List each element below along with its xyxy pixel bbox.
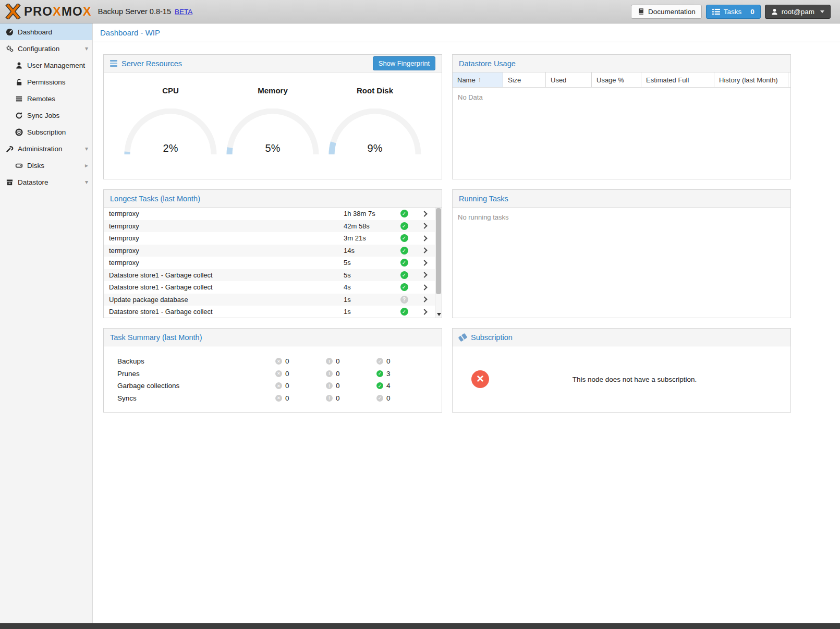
open-task-chevron-icon[interactable] <box>421 297 427 303</box>
summary-row-garbage-collections: Garbage collections×0!0✓4 <box>104 380 442 392</box>
open-task-chevron-icon[interactable] <box>421 235 427 241</box>
sidebar-item-disks[interactable]: Disks▸ <box>0 157 92 174</box>
tasks-count-badge: 0 <box>750 8 754 16</box>
task-row[interactable]: Datastore store1 - Garbage collect5s✓ <box>104 269 442 282</box>
error-status-icon: × <box>275 370 282 377</box>
sidebar: DashboardConfiguration▾User ManagementPe… <box>0 23 93 623</box>
task-list-icon <box>712 8 720 15</box>
open-task-chevron-icon[interactable] <box>421 260 427 265</box>
gauge-root-disk: Root Disk9% <box>324 86 426 158</box>
open-task-chevron-icon[interactable] <box>421 272 427 278</box>
sidebar-item-datastore[interactable]: Datastore▾ <box>0 174 92 190</box>
task-row[interactable]: termproxy14s✓ <box>104 245 442 257</box>
remotes-list-icon <box>15 94 23 103</box>
expand-down-icon[interactable]: ▾ <box>85 145 88 152</box>
ok-status-icon: ✓ <box>400 210 408 217</box>
expand-down-icon[interactable]: ▾ <box>85 45 88 52</box>
summary-error-count: 0 <box>285 394 289 402</box>
warning-status-icon: ! <box>326 358 333 365</box>
user-label: root@pam <box>782 8 814 16</box>
summary-warning-count: 0 <box>336 357 340 365</box>
sidebar-item-remotes[interactable]: Remotes <box>0 90 92 107</box>
user-icon <box>15 61 23 69</box>
ok-status-icon: ✓ <box>400 247 408 255</box>
open-task-chevron-icon[interactable] <box>421 223 427 229</box>
summary-error-cell: ×0 <box>275 382 326 390</box>
column-header-estimated-full[interactable]: Estimated Full <box>641 72 714 87</box>
summary-ok-cell: ✓0 <box>376 394 427 402</box>
task-row[interactable]: termproxy42m 58s✓ <box>104 220 442 233</box>
scrollbar-thumb[interactable] <box>436 208 441 294</box>
datastore-usage-column-headers: Name↑SizeUsedUsage %Estimated FullHistor… <box>453 72 790 88</box>
tasks-button[interactable]: Tasks 0 <box>706 5 761 19</box>
task-row[interactable]: termproxy5s✓ <box>104 257 442 269</box>
show-fingerprint-button[interactable]: Show Fingerprint <box>373 56 435 70</box>
datastore-usage-empty-text: No Data <box>453 88 790 107</box>
sidebar-item-configuration[interactable]: Configuration▾ <box>0 40 92 57</box>
warning-status-icon: ! <box>326 395 333 402</box>
sidebar-item-label: Dashboard <box>18 28 52 36</box>
archive-icon <box>5 178 14 186</box>
sidebar-item-label: Sync Jobs <box>27 112 59 119</box>
sidebar-item-label: Administration <box>18 145 63 153</box>
task-duration: 5s <box>344 259 396 267</box>
column-header-usage[interactable]: Usage % <box>592 72 641 87</box>
summary-warning-count: 0 <box>336 394 340 402</box>
gauge-value: 5% <box>226 142 320 154</box>
summary-warning-cell: !0 <box>326 382 376 390</box>
summary-label: Prunes <box>104 370 275 378</box>
documentation-button[interactable]: Documentation <box>631 5 702 19</box>
ticket-icon <box>458 333 467 342</box>
sidebar-item-subscription[interactable]: Subscription <box>0 124 92 140</box>
summary-ok-count: 0 <box>386 357 391 365</box>
documentation-label: Documentation <box>648 8 696 16</box>
ok-status-icon: ✓ <box>400 283 408 291</box>
sync-icon <box>15 111 23 119</box>
summary-row-backups: Backups×0!0✓0 <box>104 355 442 368</box>
summary-error-count: 0 <box>285 357 289 365</box>
summary-error-count: 0 <box>285 382 289 390</box>
sidebar-item-permissions[interactable]: Permissions <box>0 74 92 90</box>
expand-down-icon[interactable]: ▾ <box>85 178 88 186</box>
gears-icon <box>5 44 14 53</box>
proxmox-x-icon <box>5 4 21 19</box>
open-task-chevron-icon[interactable] <box>421 309 427 314</box>
gauge-label: Memory <box>222 86 324 95</box>
warning-status-icon: ! <box>326 370 333 377</box>
warning-status-icon: ! <box>326 382 333 389</box>
gauges: CPU2%Memory5%Root Disk9% <box>104 72 442 158</box>
summary-ok-cell: ✓4 <box>376 382 427 390</box>
user-menu-button[interactable]: root@pam <box>765 5 831 19</box>
task-row[interactable]: termproxy3m 21s✓ <box>104 232 442 245</box>
column-header-history-last-month[interactable]: History (last Month) <box>714 72 788 87</box>
longest-tasks-list: termproxy1h 38m 7s✓termproxy42m 58s✓term… <box>104 208 442 318</box>
dashboard-icon <box>5 28 14 36</box>
expand-right-icon[interactable]: ▸ <box>85 162 88 169</box>
scrollbar-down-arrow-icon[interactable] <box>437 313 441 316</box>
sidebar-item-dashboard[interactable]: Dashboard <box>0 23 92 40</box>
scrollbar[interactable] <box>435 208 442 318</box>
beta-link[interactable]: BETA <box>175 8 192 16</box>
open-task-chevron-icon[interactable] <box>421 284 427 290</box>
running-tasks-panel: Running Tasks No running tasks <box>452 189 791 318</box>
error-status-icon: × <box>275 358 282 365</box>
content-area: Server Resources Show Fingerprint CPU2%M… <box>93 43 840 623</box>
sidebar-item-user-management[interactable]: User Management <box>0 57 92 74</box>
task-row[interactable]: termproxy1h 38m 7s✓ <box>104 208 442 220</box>
open-task-chevron-icon[interactable] <box>421 211 427 216</box>
sidebar-item-sync-jobs[interactable]: Sync Jobs <box>0 107 92 124</box>
task-row[interactable]: Update package database1s? <box>104 294 442 306</box>
task-row[interactable]: Datastore store1 - Garbage collect4s✓ <box>104 281 442 294</box>
tasks-label: Tasks <box>724 8 742 16</box>
ok-status-icon: ✓ <box>376 395 383 402</box>
open-task-chevron-icon[interactable] <box>421 248 427 253</box>
sidebar-item-administration[interactable]: Administration▾ <box>0 140 92 157</box>
sidebar-item-label: Remotes <box>27 95 55 103</box>
column-header-used[interactable]: Used <box>546 72 592 87</box>
column-header-name[interactable]: Name↑ <box>453 72 503 87</box>
task-name: termproxy <box>104 234 344 242</box>
unknown-status-icon: ? <box>400 296 408 304</box>
task-row[interactable]: Datastore store1 - Garbage collect1s✓ <box>104 306 442 318</box>
summary-row-syncs: Syncs×0!0✓0 <box>104 392 442 405</box>
column-header-size[interactable]: Size <box>503 72 546 87</box>
